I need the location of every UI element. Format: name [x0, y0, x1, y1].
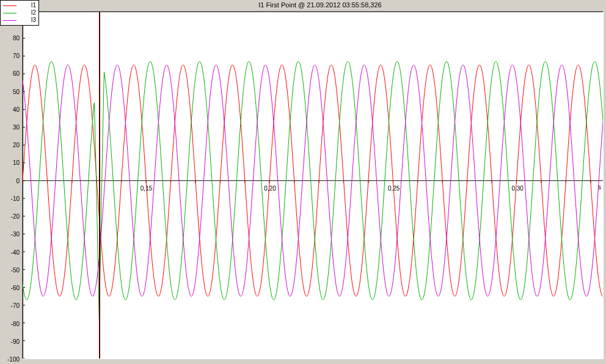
y-tick-label: -10 [1, 195, 20, 202]
legend-label: I3 [19, 16, 36, 24]
y-tick-label: -20 [1, 213, 20, 220]
chart-title: I1 First Point @ 21.09.2012 03:55:58,326 [37, 1, 604, 10]
legend-item: I2 [3, 9, 36, 16]
legend-swatch-icon [3, 13, 16, 13]
y-tick-label: 0 [1, 177, 20, 184]
plot-area[interactable]: 0,150,200,250,30 s [22, 11, 604, 359]
legend: I1 I2 I3 [0, 0, 39, 26]
y-tick-label: -60 [1, 285, 20, 291]
y-tick-label: 70 [1, 53, 20, 59]
y-tick-label: -80 [1, 320, 20, 327]
x-axis-unit: s [598, 184, 601, 191]
x-tick-label: 0,20 [264, 185, 276, 192]
y-tick-label: 20 [1, 142, 20, 148]
x-tick-label: 0,30 [511, 185, 523, 192]
y-tick-label: 80 [1, 34, 20, 41]
y-tick-label: -70 [1, 302, 20, 309]
time-cursor[interactable] [99, 12, 100, 359]
x-tick-label: 0,15 [141, 185, 152, 192]
y-axis: 9080706050403020100-10-20-30-40-50-60-70… [0, 11, 21, 359]
y-tick-label: -50 [1, 266, 20, 273]
y-tick-label: 60 [1, 70, 20, 77]
oscilloscope-frame: I1 First Point @ 21.09.2012 03:55:58,326… [0, 0, 606, 364]
x-tick-label: 0,25 [388, 185, 400, 192]
y-tick-label: 50 [1, 88, 20, 95]
legend-label: I1 [19, 2, 36, 9]
y-tick-label: -30 [1, 231, 20, 238]
y-tick-label: -90 [1, 338, 20, 344]
legend-item: I1 [3, 2, 36, 9]
legend-label: I2 [19, 9, 36, 16]
legend-swatch-icon [3, 20, 16, 21]
legend-swatch-icon [3, 5, 16, 6]
y-tick-label: -40 [1, 249, 20, 255]
y-tick-label: 30 [1, 124, 20, 131]
y-tick-label: 40 [1, 106, 20, 112]
legend-item: I3 [3, 16, 36, 24]
y-tick-label: -100 [1, 356, 20, 363]
y-tick-label: 10 [1, 159, 20, 166]
